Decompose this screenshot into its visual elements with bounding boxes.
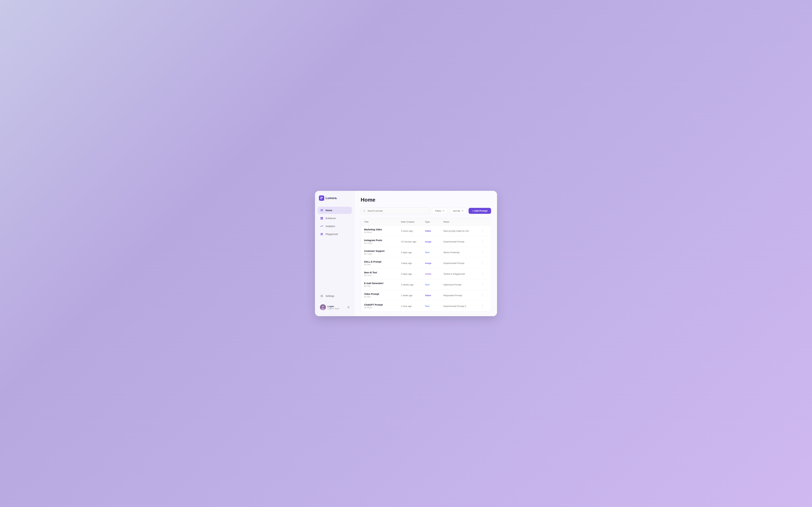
prompt-title: Marketing Video (364, 228, 401, 231)
svg-rect-11 (321, 234, 321, 235)
row-title-cell: Video Prompt By Alex (364, 293, 401, 298)
logo-area: Lumora. (318, 195, 352, 201)
row-title-cell: E-mail Generator! By Alex (364, 282, 401, 287)
home-icon (320, 209, 323, 212)
page-title: Home (361, 197, 491, 203)
type-badge: Image (425, 240, 443, 243)
toolbar: Filters Sort By + Add Prompt (361, 208, 491, 214)
table-row[interactable]: Video Prompt By Alex 1 week ago Video Re… (361, 290, 491, 301)
prompt-author: By Maria (364, 306, 401, 309)
type-badge: Video (425, 230, 443, 232)
settings-item[interactable]: Settings (318, 292, 352, 300)
prompt-title: Video Prompt (364, 293, 401, 295)
notes-cell: New prompt made by me! (443, 230, 480, 232)
row-title-cell: DALL-E Prompt By Alex (364, 261, 401, 266)
prompt-author: By Maria (364, 231, 401, 233)
svg-rect-5 (322, 217, 323, 218)
prompt-title: New AI Test (364, 271, 401, 274)
row-more-button[interactable]: ⋮ (480, 261, 485, 266)
settings-icon (320, 294, 323, 298)
date-cell: 4 days ago (401, 273, 425, 275)
svg-rect-1 (320, 199, 322, 199)
row-more-button[interactable]: ⋮ (480, 239, 485, 244)
col-header-notes: Notes (443, 221, 480, 223)
svg-rect-0 (320, 197, 323, 198)
table-row[interactable]: Customer Support By Logan 3 days ago Tex… (361, 247, 491, 258)
sidebar-bottom: Settings Logan Logan's Team (318, 292, 352, 312)
notes-cell: Experimental Prompt (443, 240, 480, 243)
notes-cell: Experimental Prompt 2 (443, 305, 480, 307)
col-header-actions (480, 221, 488, 223)
date-cell: 1 hour ago (401, 305, 425, 307)
prompt-author: By Alex (364, 285, 401, 287)
notes-cell: Optimized Prompt (443, 283, 480, 286)
row-more-button[interactable]: ⋮ (480, 304, 485, 308)
add-prompt-button[interactable]: + Add Prompt (468, 208, 491, 214)
prompt-title: ChatGPT Prompt (364, 303, 401, 306)
type-badge: Audio (425, 273, 443, 275)
sidebar-item-playground[interactable]: Playground (318, 230, 352, 238)
logo-text: Lumora. (325, 196, 337, 200)
user-area: Logan Logan's Team (318, 303, 352, 312)
filters-button[interactable]: Filters (432, 208, 448, 214)
prompt-author: By Alex (364, 264, 401, 266)
prompt-author: By Logan (364, 253, 401, 255)
avatar (320, 304, 326, 310)
table-row[interactable]: DALL-E Prompt By Alex 3 days ago Image E… (361, 258, 491, 269)
logo-icon (319, 195, 324, 201)
date-cell: 3 days ago (401, 251, 425, 253)
sort-by-button[interactable]: Sort By (450, 208, 467, 214)
svg-point-12 (321, 296, 322, 296)
analytics-icon (320, 224, 323, 228)
date-cell: 1 week ago (401, 294, 425, 297)
prompt-author: By Leah (364, 274, 401, 277)
type-badge: Text (425, 251, 443, 253)
table-row[interactable]: Marketing Video By Maria 3 hours ago Vid… (361, 226, 491, 236)
row-more-button[interactable]: ⋮ (480, 282, 485, 287)
search-icon (363, 210, 365, 212)
prompt-author: By Alex (364, 296, 401, 298)
prompt-title: Instagram Posts (364, 239, 401, 241)
sidebar: Lumora. Home (315, 191, 355, 316)
table-row[interactable]: ChatGPT Prompt By Maria 1 hour ago Text … (361, 301, 491, 312)
row-title-cell: Instagram Posts By Logan (364, 239, 401, 244)
table-body: Marketing Video By Maria 3 hours ago Vid… (361, 226, 491, 312)
svg-rect-10 (322, 233, 323, 234)
row-more-button[interactable]: ⋮ (480, 229, 485, 233)
svg-rect-9 (321, 233, 321, 234)
notes-cell: Works Perfectly! (443, 251, 480, 253)
table-row[interactable]: Instagram Posts By Logan 13 minutes ago … (361, 236, 491, 247)
logout-icon[interactable] (347, 306, 350, 308)
svg-rect-6 (320, 218, 321, 219)
type-badge: Video (425, 294, 443, 297)
user-info: Logan Logan's Team (327, 305, 345, 309)
row-more-button[interactable]: ⋮ (480, 250, 485, 255)
notes-cell: Experimental Prompt (443, 262, 480, 265)
date-cell: 2 weeks ago (401, 283, 425, 286)
row-title-cell: Marketing Video By Maria (364, 228, 401, 233)
table-row[interactable]: E-mail Generator! By Alex 2 weeks ago Te… (361, 279, 491, 290)
type-badge: Text (425, 283, 443, 286)
table-row[interactable]: New AI Test By Leah 4 days ago Audio Tes… (361, 269, 491, 279)
enhancer-icon (320, 217, 323, 220)
user-name: Logan (327, 305, 345, 307)
sidebar-item-label-playground: Playground (325, 233, 338, 235)
svg-rect-3 (320, 211, 323, 211)
svg-rect-4 (320, 217, 321, 218)
sidebar-item-analytics[interactable]: Analytics (318, 223, 352, 230)
row-more-button[interactable]: ⋮ (480, 272, 485, 276)
svg-rect-7 (322, 218, 323, 219)
col-header-type: Type (425, 221, 443, 223)
search-input[interactable] (361, 208, 430, 214)
sidebar-item-enhancer[interactable]: Enhancer (318, 215, 352, 222)
date-cell: 13 minutes ago (401, 240, 425, 243)
type-badge: Image (425, 262, 443, 265)
nav-items: Home Enhancer (318, 207, 352, 292)
settings-label: Settings (325, 295, 334, 297)
main-content: Home Filters Sort By (355, 191, 497, 316)
notes-cell: Tested in Playground! (443, 273, 480, 275)
col-header-title: Title (364, 221, 401, 223)
sidebar-item-label-home: Home (325, 209, 332, 212)
row-more-button[interactable]: ⋮ (480, 293, 485, 298)
sidebar-item-home[interactable]: Home (318, 207, 352, 214)
